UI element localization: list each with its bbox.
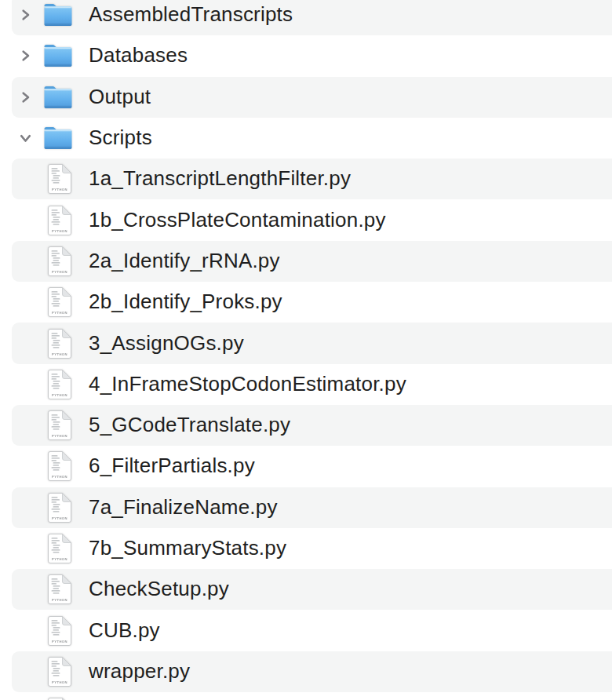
file-name: CUB.py [89, 618, 160, 642]
folder-icon [43, 44, 73, 68]
python-file-icon: PYTHON [48, 616, 71, 646]
file-row[interactable]: PYTHON wrapper.py [0, 651, 612, 692]
folder-icon [43, 3, 73, 27]
file-name: 3_AssignOGs.py [89, 330, 244, 355]
file-row[interactable]: PYTHON 7a_FinalizeName.py [0, 487, 612, 528]
python-icon-label: PYTHON [52, 311, 67, 315]
folder-row[interactable]: Scripts [0, 118, 612, 159]
file-row[interactable]: PYTHON 1b_CrossPlateContamination.py [0, 199, 612, 240]
python-icon-label: PYTHON [52, 680, 67, 684]
folder-row[interactable]: Output [0, 77, 612, 118]
file-row[interactable]: PYTHON 6_FilterPartials.py [0, 446, 612, 487]
file-name: 1b_CrossPlateContamination.py [89, 207, 386, 232]
file-row[interactable]: PYTHON 2a_Identify_rRNA.py [0, 241, 612, 282]
python-icon-label: PYTHON [52, 516, 67, 520]
file-row[interactable]: PYTHON 3_AssignOGs.py [0, 323, 612, 363]
file-row[interactable]: PYTHON 7b_SummaryStats.py [0, 528, 612, 569]
python-file-icon: PYTHON [48, 206, 71, 235]
python-icon-label: PYTHON [52, 270, 67, 274]
chevron-right-icon[interactable] [17, 90, 33, 104]
python-icon-label: PYTHON [52, 640, 67, 643]
python-icon-label: PYTHON [52, 434, 67, 438]
python-file-icon: PYTHON [48, 287, 71, 317]
folder-icon [43, 85, 73, 109]
python-file-icon: PYTHON [48, 534, 71, 563]
chevron-right-icon[interactable] [17, 49, 33, 63]
python-icon-label: PYTHON [52, 598, 67, 602]
file-list: AssembledTranscripts Databases [0, 0, 612, 700]
file-name: 4_InFrameStopCodonEstimator.py [89, 371, 406, 396]
file-row[interactable]: PYTHON 2b_Identify_Proks.py [0, 282, 612, 323]
file-name: 2b_Identify_Proks.py [89, 290, 282, 314]
python-file-icon: PYTHON [48, 246, 71, 276]
file-row[interactable]: PYTHON 5_GCodeTranslate.py [0, 405, 612, 446]
python-icon-label: PYTHON [52, 557, 67, 561]
python-file-icon: PYTHON [48, 164, 71, 194]
folder-name: AssembledTranscripts [89, 2, 293, 27]
python-file-icon: PYTHON [48, 370, 71, 399]
file-name: 7b_SummaryStats.py [89, 536, 286, 560]
python-icon-label: PYTHON [52, 188, 67, 191]
file-name: 5_GCodeTranslate.py [89, 413, 290, 437]
file-row[interactable]: PYTHON CUB.py [0, 610, 612, 651]
folder-row[interactable]: Databases [0, 35, 612, 76]
python-file-icon: PYTHON [48, 329, 71, 359]
file-name: 7a_FinalizeName.py [89, 494, 278, 519]
python-file-icon: PYTHON [48, 657, 71, 687]
file-name: 1a_TranscriptLengthFilter.py [89, 166, 351, 191]
python-icon-label: PYTHON [52, 475, 67, 479]
folder-name: Scripts [89, 126, 152, 150]
folder-name: Output [89, 84, 151, 108]
python-icon-label: PYTHON [52, 229, 67, 233]
python-file-icon: PYTHON [48, 410, 71, 440]
file-row[interactable]: PYTHON CheckSetup.py [0, 569, 612, 610]
python-file-icon: PYTHON [48, 451, 71, 481]
file-name: 2a_Identify_rRNA.py [89, 248, 280, 272]
folder-icon [43, 126, 73, 151]
python-icon-label: PYTHON [52, 352, 67, 356]
python-file-icon: PYTHON [48, 574, 71, 604]
file-row[interactable]: PYTHON 1a_TranscriptLengthFilter.py [0, 159, 612, 199]
file-name: CheckSetup.py [89, 577, 229, 601]
chevron-right-icon[interactable] [17, 9, 33, 22]
file-name: 6_FilterPartials.py [89, 454, 255, 478]
python-file-icon: PYTHON [48, 493, 71, 523]
file-row[interactable]: PYTHON 4_InFrameStopCodonEstimator.py [0, 364, 612, 405]
file-name: wrapper.py [89, 658, 190, 683]
file-row[interactable]: PYTHON [0, 692, 612, 700]
chevron-down-icon[interactable] [17, 133, 33, 144]
python-icon-label: PYTHON [52, 393, 67, 397]
folder-row[interactable]: AssembledTranscripts [0, 0, 612, 35]
folder-name: Databases [89, 43, 188, 67]
